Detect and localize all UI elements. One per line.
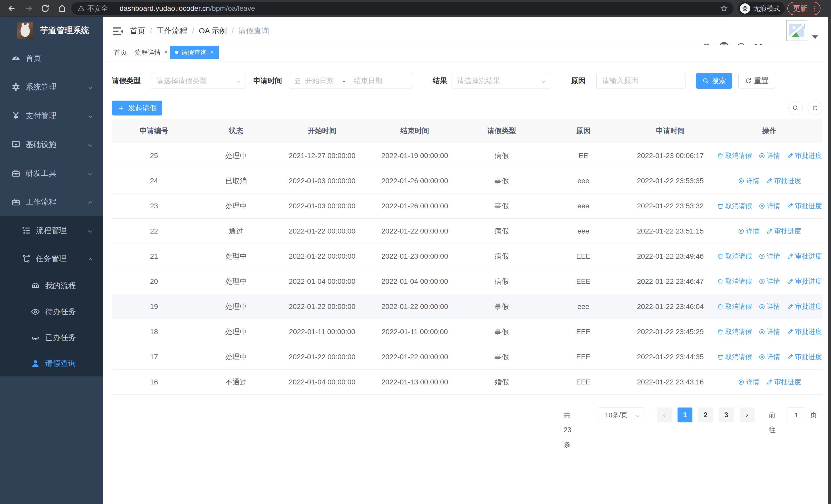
browser-forward-icon[interactable] [24,4,33,13]
sidebar-item-0[interactable]: 首页 [0,44,103,72]
cell-end: 2022-01-04 00:00:00 [368,277,461,286]
table-row[interactable]: 19处理中2022-01-22 00:00:002022-01-22 00:00… [112,294,823,319]
sidebar-item-6[interactable]: 流程管理 [0,216,103,244]
progress-action-link[interactable]: 审批进度 [787,252,822,261]
chevron-up-icon [87,199,93,205]
close-icon[interactable]: × [164,50,168,55]
table-row[interactable]: 18处理中2022-01-11 00:00:002022-01-11 00:00… [112,319,823,345]
detail-action-link[interactable]: 详情 [758,352,780,361]
detail-action-link[interactable]: 详情 [758,302,780,311]
cancel-action-link[interactable]: 取消请假 [717,252,752,261]
cancel-action-link[interactable]: 取消请假 [717,352,752,361]
table-row[interactable]: 25处理中2021-12-27 00:00:002022-01-19 00:00… [112,143,823,168]
sidebar-item-4[interactable]: 研发工具 [0,159,103,187]
table-row[interactable]: 20处理中2022-01-04 00:00:002022-01-04 00:00… [112,269,823,294]
breadcrumb-oa-example[interactable]: OA 示例 [199,26,227,36]
detail-action-link[interactable]: 详情 [758,202,780,210]
cell-reason: EEE [542,328,624,336]
next-page-button[interactable]: › [740,408,754,422]
search-button[interactable]: 搜索 [696,73,732,89]
page-size-select[interactable]: 10条/页 [598,408,644,422]
browser-back-icon[interactable] [7,4,17,13]
browser-reload-icon[interactable] [40,4,50,13]
cancel-action-link[interactable]: 取消请假 [717,277,752,286]
sidebar-item-11[interactable]: 请假查询 [0,351,103,377]
table-row[interactable]: 23处理中2022-01-03 00:00:002022-01-26 00:00… [112,194,823,219]
avatar-dropdown-caret-icon[interactable] [812,35,818,39]
progress-action-link[interactable]: 审批进度 [766,378,801,386]
prev-page-button[interactable]: ‹ [657,408,671,422]
app-logo-row[interactable]: 芋道管理系统 [0,17,103,44]
apply-time-range-picker[interactable]: 开始日期 - 结束日期 [289,73,412,89]
cell-status: 不通过 [196,377,276,387]
sidebar-item-10[interactable]: 已办任务 [0,325,103,351]
leave-type-select[interactable]: 请选择请假类型 [151,73,246,89]
sidebar-item-8[interactable]: 我的流程 [0,273,103,299]
progress-action-link[interactable]: 审批进度 [787,327,822,336]
detail-action-link[interactable]: 详情 [758,151,780,160]
edit-icon [766,379,774,385]
table-row[interactable]: 17处理中2022-01-22 00:00:002022-01-22 00:00… [112,345,823,369]
tab-2[interactable]: 请假查询× [170,46,219,59]
browser-scrollbar[interactable] [828,17,831,504]
goto-page-input[interactable] [786,408,806,422]
cell-status: 通过 [196,226,276,236]
reset-button[interactable]: 重置 [738,73,775,89]
sidebar-item-5[interactable]: 工作流程 [0,187,103,216]
close-icon[interactable]: × [210,50,214,55]
progress-action-link[interactable]: 审批进度 [787,202,822,210]
progress-action-link[interactable]: 审批进度 [787,352,822,361]
cell-start: 2022-01-22 00:00:00 [276,353,368,361]
detail-action-link[interactable]: 详情 [738,378,760,386]
progress-action-link[interactable]: 审批进度 [787,302,822,311]
progress-action-link[interactable]: 审批进度 [766,176,801,185]
table-row[interactable]: 22通过2022-01-22 00:00:002022-01-22 00:00:… [112,219,823,244]
tab-1[interactable]: 流程详情× [130,46,172,59]
sidebar-item-1[interactable]: 系统管理 [0,72,103,101]
page-button-2[interactable]: 2 [698,408,713,422]
tab-0[interactable]: 首页 [109,46,132,59]
table-search-toggle-button[interactable] [789,101,803,115]
sidebar-item-9[interactable]: 待办任务 [0,299,103,325]
cancel-action-link[interactable]: 取消请假 [717,302,752,311]
table-refresh-button[interactable] [808,101,822,115]
create-leave-button[interactable]: ＋ 发起请假 [112,100,162,116]
cancel-action-link[interactable]: 取消请假 [717,151,752,160]
reason-input[interactable]: 请输入原因 [596,73,686,89]
detail-action-link[interactable]: 详情 [758,277,780,286]
browser-menu-icon[interactable]: ⋮ [811,5,818,12]
sidebar: 芋道管理系统 首页系统管理支付管理基础设施研发工具工作流程流程管理任务管理我的流… [0,17,103,504]
progress-action-link[interactable]: 审批进度 [787,277,822,286]
row-actions: 详情审批进度 [716,176,823,185]
detail-action-link[interactable]: 详情 [758,327,780,336]
user-avatar[interactable] [786,20,807,41]
cell-id: 21 [112,252,196,261]
table-row[interactable]: 24已取消2022-01-03 00:00:002022-01-26 00:00… [112,168,823,194]
browser-home-icon[interactable] [57,4,67,13]
browser-update-button[interactable]: 更新 ⋮ [787,2,821,15]
detail-action-link[interactable]: 详情 [758,252,780,261]
address-bar[interactable]: 不安全 dashboard.yudao.iocoder.cn/bpm/oa/le… [71,2,734,14]
sidebar-item-3[interactable]: 基础设施 [0,130,103,159]
table-row[interactable]: 21处理中2022-01-22 00:00:002022-01-23 00:00… [112,244,823,269]
progress-action-link[interactable]: 审批进度 [766,227,801,236]
cancel-action-link[interactable]: 取消请假 [717,327,752,336]
incognito-label: 无痕模式 [753,4,780,13]
sidebar-item-7[interactable]: 任务管理 [0,244,103,273]
page-button-3[interactable]: 3 [719,408,734,422]
cell-reason: eee [542,302,624,311]
progress-action-link[interactable]: 审批进度 [787,151,822,160]
result-select[interactable]: 请选择流结果 [451,73,551,89]
detail-action-link[interactable]: 详情 [738,176,760,185]
breadcrumb-home[interactable]: 首页 [130,26,145,36]
cancel-action-link[interactable]: 取消请假 [717,202,752,210]
page-button-1[interactable]: 1 [678,408,692,422]
cell-status: 处理中 [196,151,276,161]
app-title: 芋道管理系统 [40,25,89,36]
breadcrumb-workflow[interactable]: 工作流程 [156,26,188,36]
bookmark-star-icon[interactable] [720,5,728,12]
table-row[interactable]: 16不通过2022-01-04 00:00:002022-01-13 00:00… [112,369,823,395]
detail-action-link[interactable]: 详情 [738,227,760,236]
sidebar-item-2[interactable]: 支付管理 [0,101,103,130]
sidebar-collapse-icon[interactable] [113,27,123,36]
